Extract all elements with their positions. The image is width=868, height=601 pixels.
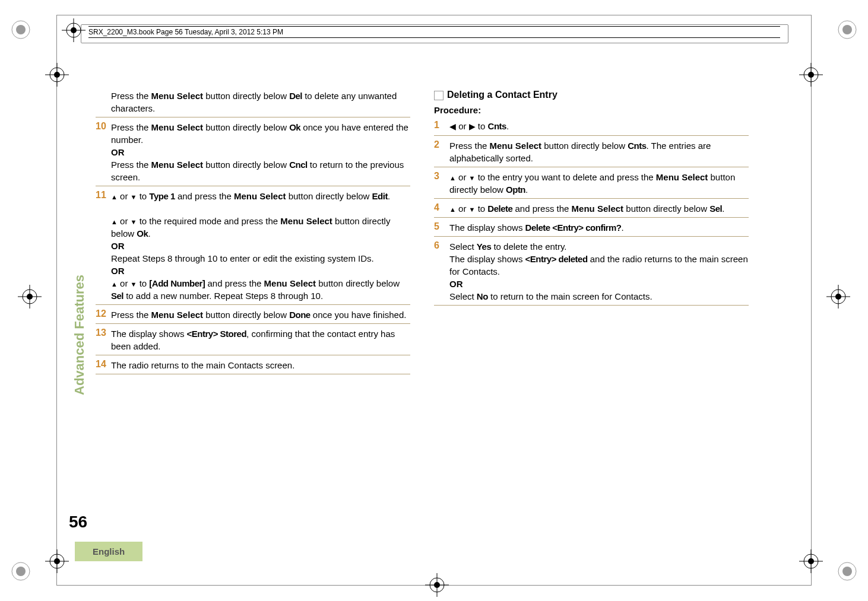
text: . bbox=[525, 185, 528, 195]
step-4: 4▲ or ▼ to Delete and press the Menu Sel… bbox=[434, 202, 749, 218]
step-number: 4 bbox=[434, 202, 449, 215]
up-icon: ▲ bbox=[449, 174, 456, 182]
text: . bbox=[621, 222, 623, 233]
menu-label: Sel bbox=[111, 291, 123, 301]
step-number: 10 bbox=[96, 121, 111, 183]
crop-mark-bc bbox=[425, 573, 449, 597]
text: Menu Select bbox=[264, 278, 316, 288]
step-5: 5The display shows Delete <Entry> confir… bbox=[434, 221, 749, 237]
text: . bbox=[148, 228, 150, 239]
svg-point-1 bbox=[16, 25, 26, 34]
text: Select bbox=[449, 291, 477, 301]
down-icon: ▼ bbox=[131, 193, 137, 201]
crop-mark-bl bbox=[45, 549, 69, 573]
step-number: 6 bbox=[434, 240, 449, 303]
text: Menu Select bbox=[280, 216, 332, 226]
page-header: SRX_2200_M3.book Page 56 Tuesday, April … bbox=[88, 26, 780, 38]
step-number: 12 bbox=[96, 309, 111, 321]
menu-label: Delete bbox=[487, 203, 512, 214]
down-icon: ▼ bbox=[469, 174, 476, 182]
text: to return to the main screen for Contact… bbox=[488, 291, 652, 301]
text: and press the bbox=[205, 278, 264, 288]
text: button directly below bbox=[203, 160, 289, 170]
text: The display shows bbox=[111, 329, 187, 339]
text: button directly below bbox=[286, 191, 372, 201]
title-text: Deleting a Contact Entry bbox=[447, 90, 557, 100]
text: Press the bbox=[111, 310, 151, 320]
text: to bbox=[137, 191, 149, 201]
text: button directly below bbox=[203, 91, 289, 101]
text: The radio returns to the main Contacts s… bbox=[111, 359, 410, 371]
right-icon: ▶ bbox=[469, 122, 476, 131]
page-frame: SRX_2200_M3.book Page 56 Tuesday, April … bbox=[56, 15, 812, 586]
up-icon: ▲ bbox=[111, 193, 118, 201]
text: button directly below bbox=[316, 278, 400, 288]
menu-label: Cncl bbox=[289, 160, 308, 170]
text: Menu Select bbox=[151, 310, 204, 320]
step-12: 12Press the Menu Select button directly … bbox=[96, 309, 410, 324]
menu-label: Ok bbox=[289, 122, 300, 132]
svg-point-5 bbox=[16, 567, 26, 576]
menu-label: Optn bbox=[506, 185, 525, 195]
step-number: 11 bbox=[96, 190, 111, 302]
menu-label: Cnts bbox=[488, 121, 506, 131]
header-reg-icon bbox=[62, 18, 85, 42]
text: and press the bbox=[512, 203, 571, 214]
step-number: 3 bbox=[434, 171, 449, 196]
text: button directly below bbox=[623, 203, 709, 214]
svg-point-11 bbox=[27, 294, 33, 300]
text: Press the bbox=[111, 160, 151, 170]
menu-label: No bbox=[477, 291, 488, 301]
crop-mark-tl bbox=[45, 63, 69, 87]
svg-point-27 bbox=[808, 72, 814, 78]
registration-mark-tl bbox=[9, 18, 33, 42]
svg-point-39 bbox=[434, 582, 440, 588]
step-number: 5 bbox=[434, 221, 449, 234]
up-icon: ▲ bbox=[111, 281, 118, 288]
step-10: 10Press the Menu Select button directly … bbox=[96, 121, 410, 186]
text: . bbox=[722, 203, 724, 214]
menu-label: Sel bbox=[709, 203, 722, 214]
crop-mark-br bbox=[799, 549, 823, 573]
step-number: 14 bbox=[96, 359, 111, 371]
svg-point-31 bbox=[54, 558, 60, 564]
text: The display shows bbox=[449, 222, 525, 233]
menu-label: Edit bbox=[372, 191, 388, 201]
menu-label: Ok bbox=[137, 228, 148, 239]
text: to bbox=[475, 203, 487, 214]
step-6: 6Select Yes to delete the entry.The disp… bbox=[434, 240, 749, 306]
text: button directly below bbox=[541, 141, 628, 151]
registration-mark-ml bbox=[18, 285, 42, 309]
step-number: 13 bbox=[96, 327, 111, 352]
text: button directly below bbox=[203, 310, 289, 320]
left-column: Press the Menu Select button directly be… bbox=[96, 90, 410, 378]
step-13: 13The display shows <Entry> Stored, conf… bbox=[96, 327, 410, 355]
text: to bbox=[137, 278, 149, 288]
or-label: OR bbox=[449, 279, 463, 289]
text: or bbox=[456, 121, 469, 131]
svg-point-3 bbox=[842, 25, 852, 34]
text: to bbox=[476, 121, 488, 131]
text: or bbox=[456, 172, 469, 182]
text: Menu Select bbox=[656, 172, 708, 182]
text: or bbox=[118, 278, 131, 288]
menu-label: Yes bbox=[477, 241, 491, 252]
menu-label: Delete <Entry> confirm? bbox=[525, 222, 622, 233]
step-2: 2Press the Menu Select button directly b… bbox=[434, 139, 749, 167]
text: Select bbox=[449, 241, 477, 252]
registration-mark-mr bbox=[826, 285, 850, 309]
left-icon: ◀ bbox=[449, 122, 456, 131]
menu-label: Type 1 bbox=[149, 191, 175, 201]
text: The display shows bbox=[449, 254, 525, 264]
text: . bbox=[388, 191, 390, 201]
text: Menu Select bbox=[234, 191, 286, 201]
book-icon bbox=[434, 91, 443, 100]
text: to the entry you want to delete and pres… bbox=[475, 172, 655, 182]
crop-mark-tr bbox=[799, 63, 823, 87]
menu-label: Done bbox=[289, 310, 311, 320]
text: Press the bbox=[111, 91, 151, 101]
text: button directly below bbox=[203, 122, 289, 132]
text: Press the bbox=[111, 122, 151, 132]
text: or bbox=[118, 191, 131, 201]
svg-point-7 bbox=[842, 567, 852, 576]
